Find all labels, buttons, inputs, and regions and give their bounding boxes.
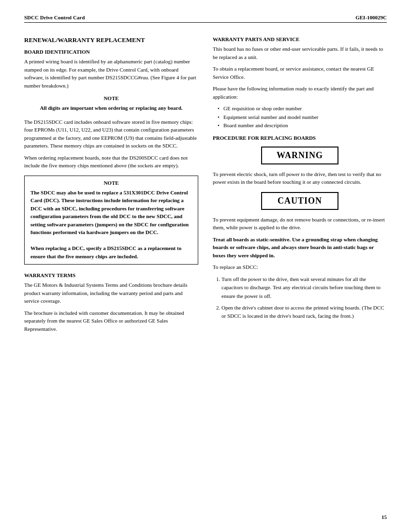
note-box-1: NOTE All digits are important when order… xyxy=(29,95,193,112)
warranty-parts-title: WARRANTY PARTS AND SERVICE xyxy=(213,36,387,42)
note1-title: NOTE xyxy=(29,95,193,101)
caution-label: CAUTION xyxy=(278,196,322,206)
board-identification-section: BOARD IDENTIFICATION A printed wiring bo… xyxy=(24,49,198,265)
page: SDCC Drive Control Card GEI-100029C RENE… xyxy=(0,0,411,532)
warranty-terms-title: WARRANTY TERMS xyxy=(24,272,198,278)
note-box-2: NOTE The SDCC may also be used to replac… xyxy=(24,176,198,265)
warranty-parts-para1: This board has no fuses or other end-use… xyxy=(213,45,387,61)
procedure-steps: Turn off the power to the drive, then wa… xyxy=(213,275,387,321)
step-2: Open the drive's cabinet door to access … xyxy=(221,304,387,321)
warranty-parts-section: WARRANTY PARTS AND SERVICE This board ha… xyxy=(213,36,387,130)
procedure-title: PROCEDURE FOR REPLACING BOARDS xyxy=(213,135,387,141)
board-id-para1: A printed wiring board is identified by … xyxy=(24,58,198,89)
warranty-bullets: GE requisition or shop order number Equi… xyxy=(213,104,387,130)
bullet-item-3: Board number and description xyxy=(218,121,387,130)
step-1: Turn off the power to the drive, then wa… xyxy=(221,275,387,301)
bullet-item-2: Equipment serial number and model number xyxy=(218,113,387,122)
procedure-section: PROCEDURE FOR REPLACING BOARDS WARNING T… xyxy=(213,135,387,321)
warranty-terms-para1: The GE Motors & Industrial Systems Terms… xyxy=(24,281,198,305)
board-id-para3: When ordering replacement boards, note t… xyxy=(24,154,198,170)
bullet-item-1: GE requisition or shop order number xyxy=(218,104,387,113)
caution-para1: To prevent equipment damage, do not remo… xyxy=(213,216,387,232)
note2-title: NOTE xyxy=(30,180,192,186)
header-title-left: SDCC Drive Control Card xyxy=(24,15,85,20)
two-column-layout: RENEWAL/WARRANTY REPLACEMENT BOARD IDENT… xyxy=(24,31,387,337)
page-header: SDCC Drive Control Card GEI-100029C xyxy=(24,15,387,23)
warranty-parts-para3: Please have the following information re… xyxy=(213,85,387,101)
board-id-para2: The DS215SDCC card includes onboard soft… xyxy=(24,118,198,150)
warning-para: To prevent electric shock, turn off powe… xyxy=(213,170,387,186)
left-column: RENEWAL/WARRANTY REPLACEMENT BOARD IDENT… xyxy=(24,31,198,337)
caution-para2: Treat all boards as static-sensitive. Us… xyxy=(213,236,387,260)
note2-content: The SDCC may also be used to replace a 5… xyxy=(30,189,192,261)
warning-box: WARNING xyxy=(261,147,338,164)
note1-content: All digits are important when ordering o… xyxy=(29,104,193,112)
header-title-right: GEI-100029C xyxy=(355,15,387,20)
right-column: WARRANTY PARTS AND SERVICE This board ha… xyxy=(213,31,387,337)
warranty-parts-para2: To obtain a replacement board, or servic… xyxy=(213,65,387,81)
warning-label: WARNING xyxy=(277,150,323,160)
board-id-title: BOARD IDENTIFICATION xyxy=(24,49,198,55)
procedure-intro: To replace an SDCC: xyxy=(213,263,387,271)
page-number: 15 xyxy=(382,514,387,520)
warranty-terms-section: WARRANTY TERMS The GE Motors & Industria… xyxy=(24,272,198,333)
main-section-title: RENEWAL/WARRANTY REPLACEMENT xyxy=(24,36,198,44)
warranty-terms-para2: The brochure is included with customer d… xyxy=(24,309,198,333)
caution-box: CAUTION xyxy=(261,192,338,210)
